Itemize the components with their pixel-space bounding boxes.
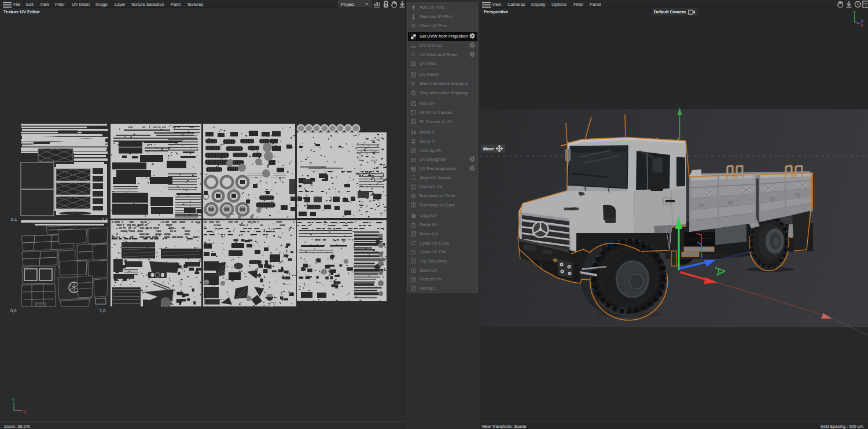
svg-text:Y: Y	[853, 10, 856, 15]
svg-text:V: V	[12, 397, 15, 402]
svg-text:X: X	[860, 23, 863, 28]
svg-text:U: U	[23, 408, 27, 413]
